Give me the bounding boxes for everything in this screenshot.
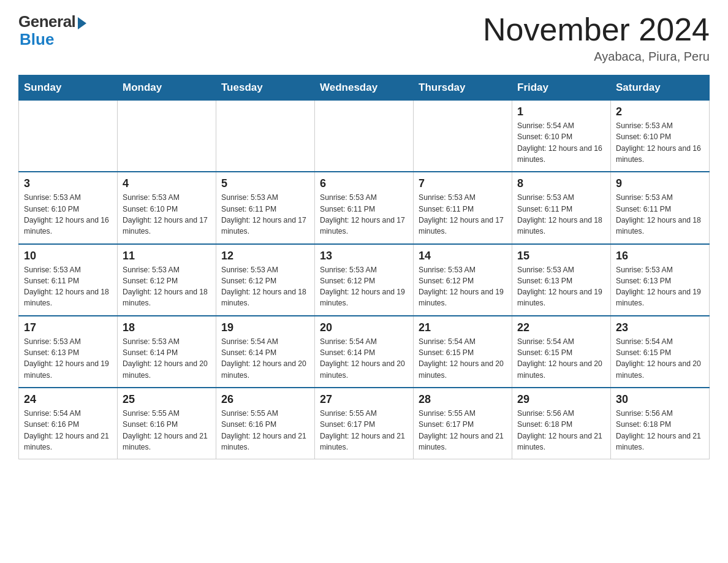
day-info: Sunrise: 5:55 AMSunset: 6:16 PMDaylight:…: [221, 408, 309, 453]
logo-blue-text: Blue: [20, 30, 54, 49]
day-info: Sunrise: 5:56 AMSunset: 6:18 PMDaylight:…: [616, 408, 704, 453]
day-number: 23: [616, 321, 704, 334]
calendar-cell: 23Sunrise: 5:54 AMSunset: 6:15 PMDayligh…: [611, 316, 710, 388]
calendar-cell: [414, 101, 512, 172]
calendar-cell: 24Sunrise: 5:54 AMSunset: 6:16 PMDayligh…: [19, 388, 118, 459]
day-info: Sunrise: 5:54 AMSunset: 6:14 PMDaylight:…: [320, 336, 408, 381]
day-info: Sunrise: 5:53 AMSunset: 6:10 PMDaylight:…: [123, 192, 211, 237]
title-block: November 2024 Ayabaca, Piura, Peru: [483, 12, 710, 64]
calendar-cell: 12Sunrise: 5:53 AMSunset: 6:12 PMDayligh…: [216, 244, 315, 316]
calendar-cell: 13Sunrise: 5:53 AMSunset: 6:12 PMDayligh…: [315, 244, 414, 316]
day-info: Sunrise: 5:53 AMSunset: 6:11 PMDaylight:…: [221, 192, 309, 237]
calendar-cell: 26Sunrise: 5:55 AMSunset: 6:16 PMDayligh…: [216, 388, 315, 459]
weekday-header-friday: Friday: [512, 75, 611, 101]
day-number: 21: [419, 321, 507, 334]
calendar-cell: 17Sunrise: 5:53 AMSunset: 6:13 PMDayligh…: [19, 316, 118, 388]
day-number: 16: [616, 250, 704, 262]
calendar-table: SundayMondayTuesdayWednesdayThursdayFrid…: [18, 75, 710, 459]
day-info: Sunrise: 5:54 AMSunset: 6:16 PMDaylight:…: [24, 408, 112, 453]
calendar-cell: 16Sunrise: 5:53 AMSunset: 6:13 PMDayligh…: [611, 244, 710, 316]
calendar-week-1: 1Sunrise: 5:54 AMSunset: 6:10 PMDaylight…: [19, 101, 710, 172]
day-info: Sunrise: 5:53 AMSunset: 6:11 PMDaylight:…: [24, 264, 112, 309]
day-number: 25: [123, 393, 211, 406]
day-number: 17: [24, 321, 112, 334]
calendar-cell: 30Sunrise: 5:56 AMSunset: 6:18 PMDayligh…: [611, 388, 710, 459]
day-number: 6: [320, 177, 408, 190]
day-number: 14: [419, 250, 507, 262]
calendar-cell: 20Sunrise: 5:54 AMSunset: 6:14 PMDayligh…: [315, 316, 414, 388]
day-info: Sunrise: 5:53 AMSunset: 6:11 PMDaylight:…: [616, 192, 704, 237]
calendar-week-2: 3Sunrise: 5:53 AMSunset: 6:10 PMDaylight…: [19, 172, 710, 243]
calendar-week-3: 10Sunrise: 5:53 AMSunset: 6:11 PMDayligh…: [19, 244, 710, 316]
month-title: November 2024: [483, 12, 710, 47]
day-number: 18: [123, 321, 211, 334]
day-number: 11: [123, 250, 211, 262]
calendar-cell: 8Sunrise: 5:53 AMSunset: 6:11 PMDaylight…: [512, 172, 611, 243]
calendar-cell: 5Sunrise: 5:53 AMSunset: 6:11 PMDaylight…: [216, 172, 315, 243]
calendar-cell: 21Sunrise: 5:54 AMSunset: 6:15 PMDayligh…: [414, 316, 512, 388]
day-info: Sunrise: 5:54 AMSunset: 6:14 PMDaylight:…: [221, 336, 309, 381]
calendar-cell: 3Sunrise: 5:53 AMSunset: 6:10 PMDaylight…: [19, 172, 118, 243]
calendar-cell: 28Sunrise: 5:55 AMSunset: 6:17 PMDayligh…: [414, 388, 512, 459]
calendar-cell: 6Sunrise: 5:53 AMSunset: 6:11 PMDaylight…: [315, 172, 414, 243]
calendar-cell: 18Sunrise: 5:53 AMSunset: 6:14 PMDayligh…: [118, 316, 216, 388]
weekday-header-wednesday: Wednesday: [315, 75, 414, 101]
weekday-header-thursday: Thursday: [414, 75, 512, 101]
day-number: 7: [419, 177, 507, 190]
calendar-cell: [19, 101, 118, 172]
day-info: Sunrise: 5:53 AMSunset: 6:11 PMDaylight:…: [517, 192, 605, 237]
day-number: 28: [419, 393, 507, 406]
day-info: Sunrise: 5:56 AMSunset: 6:18 PMDaylight:…: [517, 408, 605, 453]
day-number: 27: [320, 393, 408, 406]
calendar-cell: 14Sunrise: 5:53 AMSunset: 6:12 PMDayligh…: [414, 244, 512, 316]
calendar-week-4: 17Sunrise: 5:53 AMSunset: 6:13 PMDayligh…: [19, 316, 710, 388]
calendar-week-5: 24Sunrise: 5:54 AMSunset: 6:16 PMDayligh…: [19, 388, 710, 459]
day-number: 20: [320, 321, 408, 334]
calendar-cell: [315, 101, 414, 172]
day-number: 12: [221, 250, 309, 262]
day-info: Sunrise: 5:53 AMSunset: 6:13 PMDaylight:…: [517, 264, 605, 309]
day-number: 9: [616, 177, 704, 190]
day-number: 15: [517, 250, 605, 262]
calendar-cell: 4Sunrise: 5:53 AMSunset: 6:10 PMDaylight…: [118, 172, 216, 243]
day-info: Sunrise: 5:53 AMSunset: 6:13 PMDaylight:…: [616, 264, 704, 309]
day-info: Sunrise: 5:55 AMSunset: 6:17 PMDaylight:…: [419, 408, 507, 453]
calendar-cell: 22Sunrise: 5:54 AMSunset: 6:15 PMDayligh…: [512, 316, 611, 388]
day-number: 29: [517, 393, 605, 406]
logo-arrow-icon: [78, 17, 86, 29]
calendar-cell: 10Sunrise: 5:53 AMSunset: 6:11 PMDayligh…: [19, 244, 118, 316]
page-header: General Blue November 2024 Ayabaca, Piur…: [18, 12, 710, 64]
day-info: Sunrise: 5:53 AMSunset: 6:13 PMDaylight:…: [24, 336, 112, 381]
day-number: 4: [123, 177, 211, 190]
day-info: Sunrise: 5:53 AMSunset: 6:12 PMDaylight:…: [221, 264, 309, 309]
day-number: 22: [517, 321, 605, 334]
day-info: Sunrise: 5:55 AMSunset: 6:17 PMDaylight:…: [320, 408, 408, 453]
day-info: Sunrise: 5:54 AMSunset: 6:15 PMDaylight:…: [616, 336, 704, 381]
day-info: Sunrise: 5:53 AMSunset: 6:11 PMDaylight:…: [419, 192, 507, 237]
day-info: Sunrise: 5:55 AMSunset: 6:16 PMDaylight:…: [123, 408, 211, 453]
day-number: 13: [320, 250, 408, 262]
day-info: Sunrise: 5:53 AMSunset: 6:12 PMDaylight:…: [123, 264, 211, 309]
calendar-cell: 7Sunrise: 5:53 AMSunset: 6:11 PMDaylight…: [414, 172, 512, 243]
calendar-cell: [118, 101, 216, 172]
day-info: Sunrise: 5:53 AMSunset: 6:12 PMDaylight:…: [419, 264, 507, 309]
calendar-cell: 9Sunrise: 5:53 AMSunset: 6:11 PMDaylight…: [611, 172, 710, 243]
calendar-cell: [216, 101, 315, 172]
day-number: 2: [616, 105, 704, 118]
calendar-cell: 19Sunrise: 5:54 AMSunset: 6:14 PMDayligh…: [216, 316, 315, 388]
day-info: Sunrise: 5:53 AMSunset: 6:14 PMDaylight:…: [123, 336, 211, 381]
day-number: 3: [24, 177, 112, 190]
calendar-cell: 29Sunrise: 5:56 AMSunset: 6:18 PMDayligh…: [512, 388, 611, 459]
day-number: 30: [616, 393, 704, 406]
calendar-cell: 1Sunrise: 5:54 AMSunset: 6:10 PMDaylight…: [512, 101, 611, 172]
day-info: Sunrise: 5:54 AMSunset: 6:15 PMDaylight:…: [517, 336, 605, 381]
weekday-header-tuesday: Tuesday: [216, 75, 315, 101]
day-number: 10: [24, 250, 112, 262]
weekday-header-row: SundayMondayTuesdayWednesdayThursdayFrid…: [19, 75, 710, 101]
day-info: Sunrise: 5:53 AMSunset: 6:12 PMDaylight:…: [320, 264, 408, 309]
day-number: 8: [517, 177, 605, 190]
day-info: Sunrise: 5:53 AMSunset: 6:10 PMDaylight:…: [616, 120, 704, 165]
calendar-cell: 15Sunrise: 5:53 AMSunset: 6:13 PMDayligh…: [512, 244, 611, 316]
weekday-header-saturday: Saturday: [611, 75, 710, 101]
logo: General Blue: [18, 12, 86, 49]
